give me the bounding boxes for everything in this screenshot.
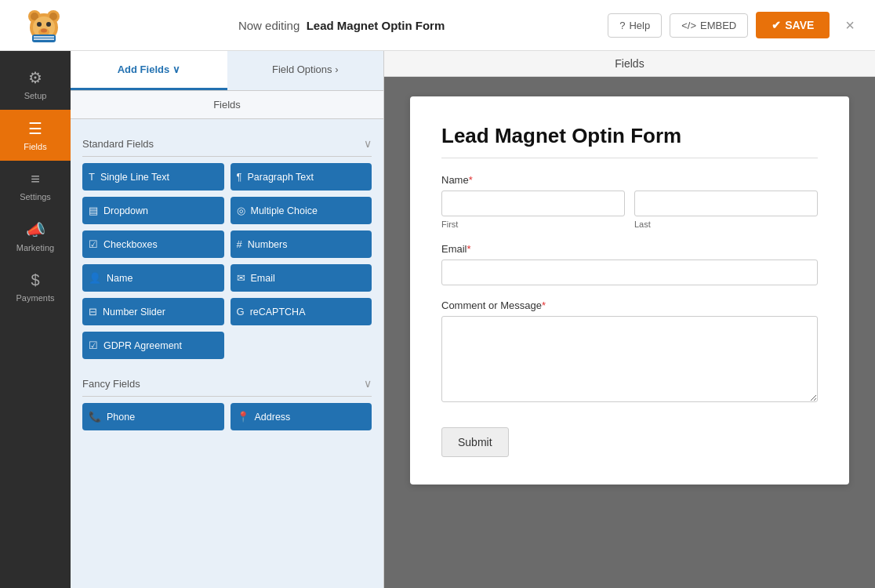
fancy-fields-grid: 📞 Phone 📍 Address xyxy=(82,403,372,430)
person-icon: 👤 xyxy=(89,272,101,284)
fields-tab-label: Fields xyxy=(71,91,383,119)
standard-fields-chevron-icon: ∨ xyxy=(364,137,372,150)
save-button[interactable]: ✔ SAVE xyxy=(756,12,830,38)
name-field-label: Name* xyxy=(441,174,818,186)
svg-rect-10 xyxy=(32,34,56,42)
tab-field-options[interactable]: Field Options › xyxy=(227,51,384,90)
field-btn-name[interactable]: 👤 Name xyxy=(82,264,224,292)
field-btn-checkboxes[interactable]: ☑ Checkboxes xyxy=(82,230,224,258)
email-field-label: Email* xyxy=(441,243,818,255)
svg-point-7 xyxy=(37,22,42,27)
sidebar-item-settings[interactable]: ≡ Settings xyxy=(0,161,71,211)
field-btn-recaptcha[interactable]: G reCAPTCHA xyxy=(231,298,372,325)
field-btn-phone[interactable]: 📞 Phone xyxy=(82,403,224,430)
numbers-label: Numbers xyxy=(248,239,288,250)
field-btn-email[interactable]: ✉ Email xyxy=(231,264,372,292)
form-field-comment: Comment or Message* xyxy=(441,299,818,405)
embed-label: EMBED xyxy=(700,20,736,31)
name-subfields: First Last xyxy=(441,191,818,229)
phone-icon: 📞 xyxy=(89,411,101,423)
email-required-indicator: * xyxy=(467,243,471,255)
dropdown-label: Dropdown xyxy=(103,205,148,216)
checkbox-icon: ☑ xyxy=(89,238,98,250)
fields-scroll: Standard Fields ∨ T Single Line Text ¶ P… xyxy=(71,119,383,588)
help-button[interactable]: ? Help xyxy=(608,13,662,38)
fancy-fields-section-header[interactable]: Fancy Fields ∨ xyxy=(82,371,372,397)
form-submit-button[interactable]: Submit xyxy=(441,427,509,457)
last-name-sublabel: Last xyxy=(634,220,818,229)
dollar-icon: $ xyxy=(31,271,39,289)
sidebar-label-settings: Settings xyxy=(20,192,51,201)
first-name-input[interactable] xyxy=(441,191,625,216)
fancy-fields-chevron-icon: ∨ xyxy=(364,377,372,390)
close-button[interactable]: × xyxy=(837,13,862,38)
location-icon: 📍 xyxy=(237,411,249,423)
paragraph-text-label: Paragraph Text xyxy=(247,172,314,183)
gear-icon: ⚙ xyxy=(28,68,42,87)
multiple-choice-label: Multiple Choice xyxy=(251,205,318,216)
close-icon: × xyxy=(845,16,855,34)
sidebar-item-payments[interactable]: $ Payments xyxy=(0,262,71,312)
help-icon: ? xyxy=(619,20,625,31)
last-name-input[interactable] xyxy=(634,191,818,216)
logo-area xyxy=(13,5,75,45)
email-input[interactable] xyxy=(441,260,818,285)
multiple-choice-icon: ◎ xyxy=(237,205,245,216)
fields-icon: ☰ xyxy=(28,119,42,138)
last-name-wrap: Last xyxy=(634,191,818,229)
embed-code-icon: </> xyxy=(681,20,696,31)
email-label: Email xyxy=(251,273,275,284)
embed-button[interactable]: </> EMBED xyxy=(670,13,748,38)
checkmark-icon: ✔ xyxy=(772,19,781,31)
field-btn-numbers[interactable]: # Numbers xyxy=(231,230,372,258)
preview-header: Fields xyxy=(384,51,875,77)
preview-header-label: Fields xyxy=(615,57,644,70)
submit-label: Submit xyxy=(458,436,492,448)
top-header: Now editing Lead Magnet Optin Form ? Hel… xyxy=(0,0,875,51)
form-title: Lead Magnet Optin Form xyxy=(441,124,818,158)
add-fields-tab-label: Add Fields ∨ xyxy=(118,64,180,75)
field-btn-multiple-choice[interactable]: ◎ Multiple Choice xyxy=(231,197,372,224)
single-line-text-label: Single Line Text xyxy=(100,172,169,183)
comment-field-label: Comment or Message* xyxy=(441,299,818,311)
number-slider-label: Number Slider xyxy=(103,307,165,318)
paragraph-icon: ¶ xyxy=(237,171,242,183)
comment-textarea[interactable] xyxy=(441,316,818,402)
header-title: Now editing Lead Magnet Optin Form xyxy=(75,19,608,32)
form-field-name: Name* First Last xyxy=(441,174,818,229)
recaptcha-icon: G xyxy=(237,306,245,318)
left-sidebar: ⚙ Setup ☰ Fields ≡ Settings 📣 Marketing … xyxy=(0,51,71,588)
comment-required-indicator: * xyxy=(542,299,546,311)
first-name-wrap: First xyxy=(441,191,625,229)
fields-panel: Add Fields ∨ Field Options › Fields Stan… xyxy=(71,51,384,588)
svg-point-8 xyxy=(46,22,51,27)
tab-add-fields[interactable]: Add Fields ∨ xyxy=(71,51,227,90)
sidebar-item-setup[interactable]: ⚙ Setup xyxy=(0,59,71,110)
field-btn-dropdown[interactable]: ▤ Dropdown xyxy=(82,197,224,224)
dropdown-icon: ▤ xyxy=(89,205,98,216)
standard-fields-section-header[interactable]: Standard Fields ∨ xyxy=(82,131,372,157)
hash-icon: # xyxy=(237,238,242,250)
gdpr-label: GDPR Agreement xyxy=(103,340,182,351)
fancy-fields-title: Fancy Fields xyxy=(82,378,140,390)
field-btn-address[interactable]: 📍 Address xyxy=(231,403,372,430)
text-icon: T xyxy=(89,171,95,183)
email-icon: ✉ xyxy=(237,272,245,284)
field-btn-gdpr[interactable]: ☑ GDPR Agreement xyxy=(82,332,224,359)
standard-fields-grid: T Single Line Text ¶ Paragraph Text ▤ Dr… xyxy=(82,163,372,359)
save-label: SAVE xyxy=(785,19,814,31)
sidebar-item-marketing[interactable]: 📣 Marketing xyxy=(0,211,71,262)
phone-label: Phone xyxy=(107,412,135,423)
sidebar-label-fields: Fields xyxy=(24,142,46,151)
megaphone-icon: 📣 xyxy=(26,220,45,239)
field-btn-number-slider[interactable]: ⊟ Number Slider xyxy=(82,298,224,325)
form-preview-area: Fields Lead Magnet Optin Form Name* Firs… xyxy=(384,51,875,588)
slider-icon: ⊟ xyxy=(89,306,97,318)
field-btn-paragraph-text[interactable]: ¶ Paragraph Text xyxy=(231,163,372,191)
settings-icon: ≡ xyxy=(31,170,40,188)
sidebar-item-fields[interactable]: ☰ Fields xyxy=(0,110,71,161)
tabs-bar: Add Fields ∨ Field Options › xyxy=(71,51,383,91)
sidebar-label-marketing: Marketing xyxy=(16,243,54,252)
fields-label-text: Fields xyxy=(213,99,241,111)
field-btn-single-line-text[interactable]: T Single Line Text xyxy=(82,163,224,191)
